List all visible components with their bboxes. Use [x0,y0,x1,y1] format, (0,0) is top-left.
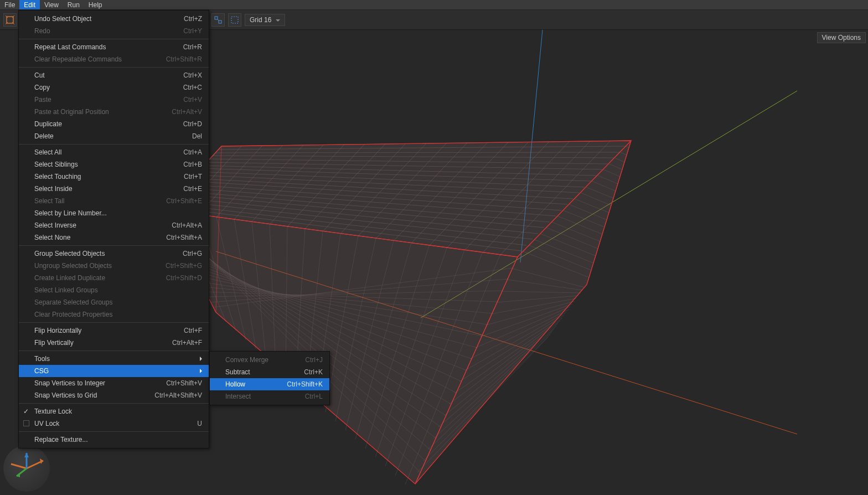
svg-rect-5 [215,17,218,19]
menu-item-snap-vertices-to-grid[interactable]: Snap Vertices to GridCtrl+Alt+Shift+V [19,389,209,401]
menu-file[interactable]: File [0,0,19,9]
menu-item-paste: PasteCtrl+V [19,94,209,106]
menu-separator [19,39,209,39]
menu-item-label: Undo Select Object [34,15,184,23]
menu-item-csg[interactable]: CSG [19,365,209,377]
menu-item-select-siblings[interactable]: Select SiblingsCtrl+B [19,158,209,171]
menu-item-label: Intersect [225,393,305,400]
menu-item-snap-vertices-to-integer[interactable]: Snap Vertices to IntegerCtrl+Shift+V [19,377,209,389]
menu-item-select-all[interactable]: Select AllCtrl+A [19,146,209,158]
menu-separator [19,350,209,351]
chevron-right-icon [200,357,204,361]
snap-tool-button[interactable] [211,13,225,27]
menu-item-copy[interactable]: CopyCtrl+C [19,81,209,94]
menubar: File Edit View Run Help [0,0,868,10]
menu-item-delete[interactable]: DeleteDel [19,130,209,142]
menu-edit[interactable]: Edit [19,0,40,9]
checkbox-icon [23,420,29,426]
menu-item-shortcut: Del [192,132,202,140]
bounds-tool-button[interactable] [3,13,17,27]
menu-item-label: Delete [34,132,192,140]
menu-item-replace-texture[interactable]: Replace Texture... [19,434,209,446]
menu-item-shortcut: Ctrl+Shift+A [166,234,202,241]
menu-item-group-selected-objects[interactable]: Group Selected ObjectsCtrl+G [19,248,209,260]
grid-tool-button[interactable] [228,13,241,27]
menu-item-shortcut: Ctrl+Alt+Shift+V [154,391,202,399]
menu-item-label: Hollow [225,380,287,388]
menu-item-shortcut: Ctrl+Y [183,27,202,35]
menu-item-label: Paste [34,96,183,104]
menu-item-label: Subtract [225,368,304,376]
menu-item-shortcut: Ctrl+D [183,120,202,128]
menu-item-convex-merge: Convex MergeCtrl+J [210,354,329,366]
menu-item-label: UV Lock [34,420,197,427]
menu-item-select-inverse[interactable]: Select InverseCtrl+Alt+A [19,219,209,231]
menu-item-select-touching[interactable]: Select TouchingCtrl+T [19,171,209,183]
menu-separator [19,67,209,68]
menu-item-label: Copy [34,84,183,91]
menu-item-shortcut: Ctrl+Alt+V [172,108,202,116]
menu-item-duplicate[interactable]: DuplicateCtrl+D [19,118,209,130]
menu-item-flip-vertically[interactable]: Flip VerticallyCtrl+Alt+F [19,337,209,349]
menu-item-shortcut: Ctrl+G [183,250,202,257]
menu-item-repeat-last-commands[interactable]: Repeat Last CommandsCtrl+R [19,41,209,53]
menu-item-shortcut: Ctrl+Alt+A [172,221,202,229]
menu-item-shortcut: Ctrl+F [184,327,202,334]
menu-item-clear-protected-properties: Clear Protected Properties [19,308,209,321]
menu-item-label: CSG [34,367,202,375]
edit-menu-dropdown: Undo Select ObjectCtrl+ZRedoCtrl+YRepeat… [18,10,209,448]
menu-item-label: Repeat Last Commands [34,43,183,51]
menu-item-label: Snap Vertices to Integer [34,379,166,387]
menu-help[interactable]: Help [84,0,107,9]
menu-item-label: Select Inside [34,185,183,193]
menu-item-undo-select-object[interactable]: Undo Select ObjectCtrl+Z [19,13,209,25]
menu-item-select-none[interactable]: Select NoneCtrl+Shift+A [19,231,209,244]
menu-item-tools[interactable]: Tools [19,353,209,365]
svg-line-7 [218,19,219,20]
menu-item-shortcut: Ctrl+Alt+F [172,339,202,347]
grid-size-label: Grid 16 [250,16,271,24]
menu-view[interactable]: View [40,0,63,9]
menu-item-subtract[interactable]: SubtractCtrl+K [210,366,329,378]
menu-item-label: Convex Merge [225,356,305,364]
menu-item-flip-horizontally[interactable]: Flip HorizontallyCtrl+F [19,324,209,337]
menu-item-hollow[interactable]: HollowCtrl+Shift+K [210,378,329,390]
menu-item-label: Redo [34,27,183,35]
menu-item-label: Flip Vertically [34,339,172,347]
menu-item-select-inside[interactable]: Select InsideCtrl+E [19,183,209,195]
axis-gizmo[interactable] [3,445,50,492]
menu-item-uv-lock[interactable]: UV LockU [19,417,209,430]
menu-item-shortcut: Ctrl+J [305,356,323,364]
gizmo-axes-icon [3,445,50,492]
view-options-button[interactable]: View Options [817,32,866,43]
menu-item-shortcut: Ctrl+E [183,185,202,193]
csg-submenu: Convex MergeCtrl+JSubtractCtrl+KHollowCt… [209,351,330,405]
menu-item-shortcut: U [197,420,202,427]
menu-item-label: Group Selected Objects [34,250,183,257]
snap-icon [214,16,223,24]
menu-item-texture-lock[interactable]: ✓Texture Lock [19,405,209,417]
menu-item-redo: RedoCtrl+Y [19,25,209,37]
menu-item-cut[interactable]: CutCtrl+X [19,69,209,81]
menu-item-shortcut: Ctrl+C [183,84,202,91]
grid-size-select[interactable]: Grid 16 [245,14,285,26]
menu-separator [19,403,209,404]
chevron-right-icon [200,369,204,373]
menu-separator [19,144,209,145]
svg-rect-8 [231,17,238,23]
menu-separator [19,431,209,432]
menu-item-shortcut: Ctrl+V [183,96,202,104]
svg-line-132 [11,464,27,468]
menu-item-label: Paste at Original Position [34,108,172,116]
menu-item-label: Select by Line Number... [34,209,202,217]
check-icon: ✓ [23,408,29,415]
menu-item-label: Select None [34,234,166,241]
menu-item-intersect: IntersectCtrl+L [210,390,329,403]
menu-item-select-by-line-number[interactable]: Select by Line Number... [19,207,209,219]
svg-rect-6 [219,20,221,23]
menu-item-label: Clear Repeatable Commands [34,55,166,63]
menu-run[interactable]: Run [63,0,84,9]
menu-item-label: Select Inverse [34,221,172,229]
menu-item-label: Select Siblings [34,161,183,168]
menu-item-shortcut: Ctrl+B [183,161,202,168]
